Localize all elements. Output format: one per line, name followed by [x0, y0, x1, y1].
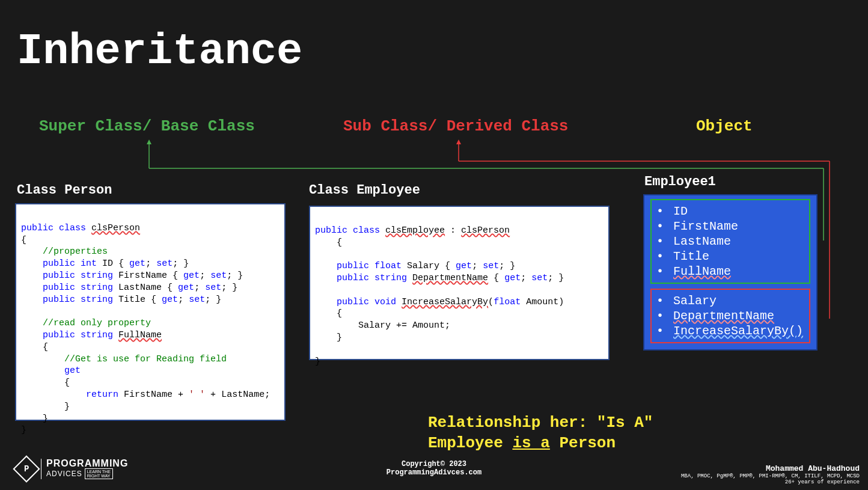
object-header: Object [696, 117, 753, 135]
code-person-box: public class clsPerson { //properties pu… [15, 203, 286, 421]
code-employee-box: public class clsEmployee : clsPerson { p… [309, 206, 610, 360]
logo-icon: P [13, 455, 40, 482]
relationship-text: Relationship her: "Is A" Employee is a P… [428, 413, 653, 454]
footer-right: Mohammed Abu-Hadhoud MBA, PMOC, PgMP®, P… [681, 464, 860, 485]
page-title: Inheritance [17, 27, 302, 76]
own-members-group: •Salary •DepartmentName •IncreaseSalaryB… [650, 289, 810, 343]
logo-tag: LEARN THERIGHT WAY [85, 468, 113, 479]
sub-class-header: Sub Class/ Derived Class [343, 117, 568, 135]
svg-marker-1 [147, 139, 151, 144]
object-box: Employee1 •ID •FirstName •LastName •Titl… [643, 194, 818, 351]
svg-marker-5 [456, 139, 461, 144]
super-class-header: Super Class/ Base Class [39, 117, 255, 135]
logo: P PROGRAMMING ADVICESLEARN THERIGHT WAY [17, 459, 128, 479]
class-employee-label: Class Employee [309, 183, 420, 198]
inherited-members-group: •ID •FirstName •LastName •Title •FullNam… [650, 199, 810, 284]
class-person-label: Class Person [17, 183, 112, 198]
object-title: Employee1 [644, 174, 716, 189]
